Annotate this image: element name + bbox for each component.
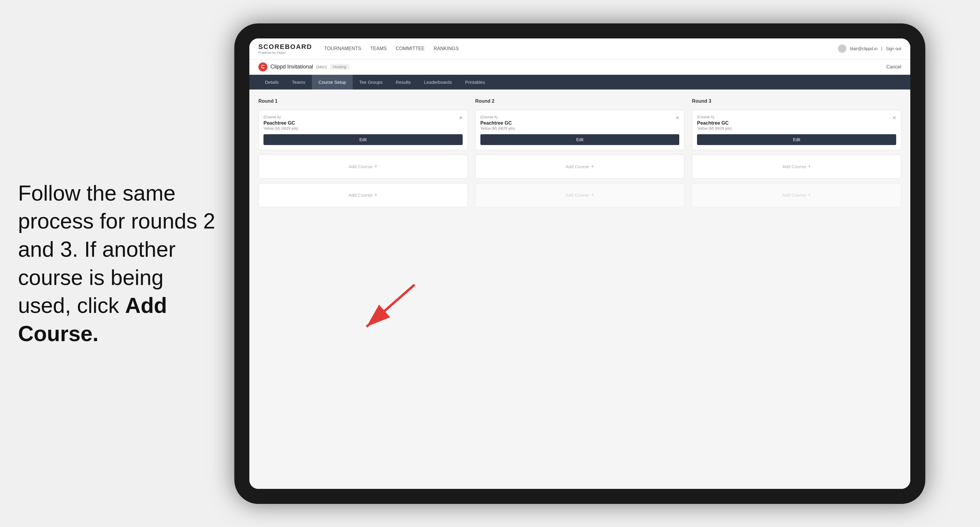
tab-course-setup[interactable]: Course Setup <box>312 75 353 89</box>
round-3-column: Round 3 (Course A) Peachtree GC Yellow (… <box>692 98 901 207</box>
main-content: Round 1 (Course A) Peachtree GC Yellow (… <box>249 89 910 489</box>
logo-text: SCOREBOARD <box>258 43 312 51</box>
sub-header: C Clippd Invitational (Men) Hosting Canc… <box>249 59 910 75</box>
nav-separator: | <box>881 46 882 51</box>
r1-edit-button[interactable]: Edit <box>264 134 463 145</box>
clippd-logo: C <box>258 62 267 71</box>
tab-printables[interactable]: Printables <box>458 75 492 89</box>
r3-course-tag: (Course A) <box>697 115 732 119</box>
rounds-grid: Round 1 (Course A) Peachtree GC Yellow (… <box>258 98 901 207</box>
round-1-column: Round 1 (Course A) Peachtree GC Yellow (… <box>258 98 468 207</box>
tab-results[interactable]: Results <box>389 75 417 89</box>
logo-sub: Powered by clippd <box>258 51 312 54</box>
r1-add-course-2[interactable]: Add Course+ <box>258 183 468 207</box>
avatar <box>838 44 846 53</box>
r1-add-course-label-1: Add Course+ <box>348 163 377 170</box>
user-email: blair@clippd.io <box>850 46 878 51</box>
r3-edit-button[interactable]: Edit <box>697 134 896 145</box>
r3-delete-icon[interactable]: ✕ <box>892 115 896 121</box>
round-3-course-card: (Course A) Peachtree GC Yellow (M) (6629… <box>692 110 901 150</box>
tab-details[interactable]: Details <box>258 75 285 89</box>
tablet-screen: SCOREBOARD Powered by clippd TOURNAMENTS… <box>249 38 910 489</box>
round-2-label: Round 2 <box>475 98 685 104</box>
r3-add-course-2[interactable]: Add Course+ <box>692 183 901 207</box>
sign-out-link[interactable]: Sign out <box>886 46 901 51</box>
r1-course-name: Peachtree GC <box>264 121 298 126</box>
round-3-label: Round 3 <box>692 98 901 104</box>
tablet-device: SCOREBOARD Powered by clippd TOURNAMENTS… <box>234 24 925 504</box>
r2-add-course-label-1: Add Course+ <box>565 163 594 170</box>
round-2-course-card: (Course A) Peachtree GC Yellow (M) (6629… <box>475 110 685 150</box>
hosting-badge: Hosting <box>330 64 349 70</box>
r1-course-tag: (Course A) <box>264 115 298 119</box>
r3-add-course-label-2: Add Course+ <box>782 192 811 198</box>
r1-add-course-1[interactable]: Add Course+ <box>258 155 468 179</box>
tab-teams[interactable]: Teams <box>285 75 312 89</box>
r1-delete-icon[interactable]: ✕ <box>459 115 463 121</box>
r3-add-course-1[interactable]: Add Course+ <box>692 155 901 179</box>
nav-links: TOURNAMENTS TEAMS COMMITTEE RANKINGS <box>324 44 838 53</box>
nav-committee[interactable]: COMMITTEE <box>396 44 425 53</box>
r2-course-name: Peachtree GC <box>480 121 515 126</box>
r2-delete-icon[interactable]: ✕ <box>675 115 679 121</box>
top-navigation: SCOREBOARD Powered by clippd TOURNAMENTS… <box>249 38 910 59</box>
nav-right: blair@clippd.io | Sign out <box>838 44 901 53</box>
round-1-label: Round 1 <box>258 98 468 104</box>
r3-course-details: Yellow (M) (6629 yds) <box>697 126 732 131</box>
cancel-button[interactable]: Cancel <box>886 64 901 70</box>
tab-tee-groups[interactable]: Tee Groups <box>353 75 389 89</box>
round-2-column: Round 2 (Course A) Peachtree GC Yellow (… <box>475 98 685 207</box>
nav-rankings[interactable]: RANKINGS <box>434 44 459 53</box>
r2-course-tag: (Course A) <box>480 115 515 119</box>
instruction-panel: Follow the same process for rounds 2 and… <box>0 161 234 366</box>
r2-add-course-label-2: Add Course+ <box>565 192 594 198</box>
tournament-info: C Clippd Invitational (Men) Hosting <box>258 62 349 71</box>
instruction-text: Follow the same process for rounds 2 and… <box>18 181 215 346</box>
r1-add-course-label-2: Add Course+ <box>348 192 377 198</box>
tab-bar: Details Teams Course Setup Tee Groups Re… <box>249 75 910 89</box>
r2-edit-button[interactable]: Edit <box>480 134 679 145</box>
r1-course-details: Yellow (M) (6629 yds) <box>264 126 298 131</box>
r3-add-course-label-1: Add Course+ <box>782 163 811 170</box>
r2-add-course-2[interactable]: Add Course+ <box>475 183 685 207</box>
r2-add-course-1[interactable]: Add Course+ <box>475 155 685 179</box>
nav-tournaments[interactable]: TOURNAMENTS <box>324 44 361 53</box>
r2-course-details: Yellow (M) (6629 yds) <box>480 126 515 131</box>
instruction-bold: Add Course. <box>18 294 167 346</box>
tab-leaderboards[interactable]: Leaderboards <box>417 75 458 89</box>
tournament-name: Clippd Invitational <box>270 63 313 70</box>
r3-course-name: Peachtree GC <box>697 121 732 126</box>
logo-area: SCOREBOARD Powered by clippd <box>258 43 312 54</box>
tournament-gender: (Men) <box>316 65 327 69</box>
round-1-course-card: (Course A) Peachtree GC Yellow (M) (6629… <box>258 110 468 150</box>
nav-teams[interactable]: TEAMS <box>370 44 387 53</box>
